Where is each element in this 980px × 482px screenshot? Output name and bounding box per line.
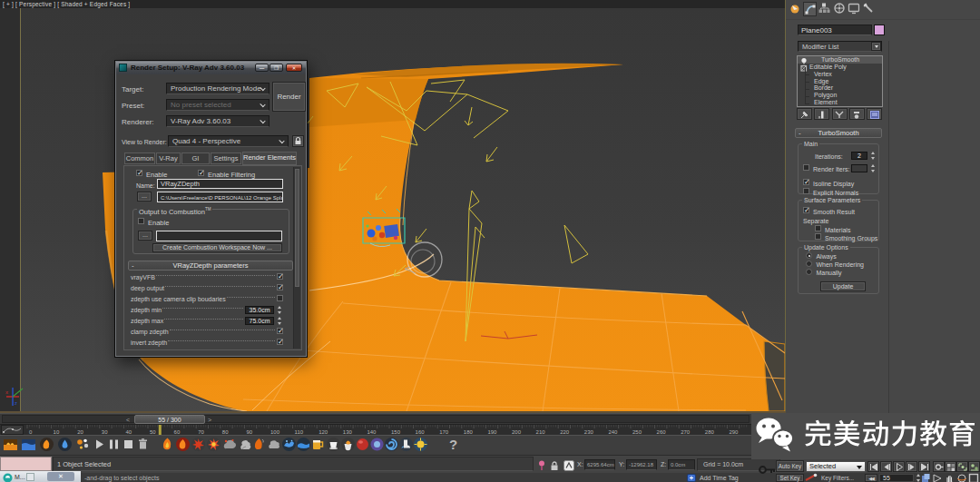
combustion-enable-checkbox[interactable] [138, 218, 144, 224]
modifier-stack[interactable]: TurboSmoothEditable PolyVertexEdgeBorder… [797, 55, 883, 107]
help-icon[interactable]: ? [446, 437, 461, 452]
object-name-field[interactable] [798, 25, 872, 35]
key-mode-button[interactable] [933, 461, 945, 472]
track-bar[interactable]: 0102030405060708090100110120130140150160… [0, 424, 751, 435]
sun-icon[interactable] [413, 437, 428, 452]
modifier-stack-item-vertex[interactable]: Vertex [798, 71, 882, 78]
close-button[interactable]: ✕ [286, 64, 302, 72]
element-enable-checkbox[interactable] [136, 170, 142, 176]
flame-c-icon[interactable] [251, 437, 267, 452]
transform-typein-icon[interactable] [564, 460, 574, 471]
modifier-list-arrow[interactable] [871, 42, 881, 51]
dialog-tab-render-elements[interactable]: Render Elements [242, 152, 297, 165]
mini-curve-editor-button[interactable] [1, 425, 24, 435]
render-iters-checkbox[interactable] [803, 164, 809, 171]
go-to-start-button[interactable] [867, 461, 879, 472]
maximize-viewport-button[interactable] [968, 473, 979, 482]
next-frame-arrow[interactable]: > [208, 417, 211, 423]
swirl-icon[interactable] [384, 437, 399, 452]
cup-splash-icon[interactable] [340, 437, 356, 452]
iterations-spinner[interactable] [869, 152, 877, 160]
remove-modifier-button[interactable] [849, 108, 865, 120]
cup-icon[interactable] [326, 437, 341, 452]
add-time-tag-label[interactable]: Add Time Tag [700, 475, 739, 481]
modifier-stack-item-border[interactable]: Border [798, 84, 882, 92]
time-slider-handle[interactable]: 55 / 300 [134, 415, 205, 424]
command-tab-hierarchy[interactable] [818, 2, 831, 16]
maximize-button[interactable]: ❐ [270, 64, 283, 72]
isoline-checkbox[interactable] [803, 179, 809, 185]
preset-dropdown[interactable]: No preset selected [166, 99, 270, 111]
browse-button[interactable]: ... [137, 192, 152, 202]
iterations-field[interactable]: 2 [851, 152, 867, 160]
play-icon[interactable] [92, 437, 107, 452]
orbit-button[interactable] [956, 473, 967, 482]
pause-icon[interactable] [106, 437, 122, 452]
combustion-path-field[interactable] [156, 231, 282, 241]
object-color-swatch[interactable] [874, 25, 885, 35]
delete-sim-icon[interactable] [135, 437, 151, 452]
param-checkbox[interactable] [277, 339, 283, 345]
x-field[interactable]: 6295.64cm [584, 459, 615, 470]
param-value-field[interactable]: 35.0cm [245, 306, 274, 314]
dialog-tab-gi[interactable]: GI [181, 152, 210, 164]
smoothing-groups-checkbox[interactable] [815, 233, 821, 240]
macro-recorder-pane[interactable] [0, 457, 52, 471]
wave-icon[interactable] [296, 437, 311, 452]
go-to-end-button[interactable] [918, 461, 930, 472]
flame-b-icon[interactable] [175, 437, 191, 452]
update-option-manually[interactable]: Manually [806, 269, 841, 277]
render-button[interactable]: Render [272, 82, 306, 112]
update-option-always[interactable]: Always [806, 252, 837, 261]
param-checkbox[interactable] [277, 273, 283, 280]
command-tab-motion[interactable] [833, 2, 847, 16]
param-checkbox[interactable] [277, 295, 283, 301]
time-config-button[interactable] [945, 461, 956, 472]
pin-stack-button[interactable] [797, 108, 812, 120]
dialog-tab-settings[interactable]: Settings [211, 152, 241, 164]
next-frame-button[interactable] [906, 461, 917, 472]
play-animation-button[interactable] [893, 461, 905, 472]
params-rollout-header[interactable]: - VRayZDepth parameters [128, 261, 293, 271]
mini-a-button[interactable] [956, 461, 968, 472]
param-spinner[interactable] [276, 317, 283, 325]
smoke-sparks-icon[interactable] [221, 437, 237, 452]
auto-key-button[interactable]: Auto Key [776, 460, 804, 472]
show-end-result-button[interactable] [814, 108, 829, 120]
target-dropdown[interactable]: Production Rendering Mode [166, 83, 270, 94]
set-key-icon[interactable] [804, 473, 818, 482]
key-filters-button[interactable]: Key Filters... [821, 475, 854, 481]
fire-preset-icon[interactable] [39, 437, 54, 452]
previous-frame-button[interactable] [880, 461, 892, 472]
viewport-label[interactable]: [ + ] [ Perspective ] [ Shaded + Edged F… [3, 1, 130, 7]
dialog-scrollbar[interactable] [293, 167, 300, 349]
param-checkbox[interactable] [277, 328, 283, 334]
mini-b-button[interactable] [968, 461, 980, 472]
minimize-button[interactable]: — [255, 64, 269, 72]
make-unique-button[interactable] [832, 108, 848, 120]
selection-lock-pin-icon[interactable] [537, 460, 546, 471]
renderer-dropdown[interactable]: V-Ray Adv 3.60.03 [166, 115, 270, 127]
command-tab-utilities[interactable] [862, 2, 876, 16]
command-tab-modify[interactable] [803, 2, 817, 16]
dialog-tab-common[interactable]: Common [124, 152, 155, 164]
explicit-normals-checkbox[interactable] [803, 188, 809, 194]
previous-frame-arrow[interactable]: < [126, 417, 130, 423]
command-tab-create[interactable] [789, 2, 802, 16]
turbosmooth-rollout-header[interactable]: - TurboSmooth [795, 128, 882, 138]
current-frame-marker[interactable] [159, 425, 162, 435]
particles-icon[interactable] [75, 437, 91, 452]
selection-set-dropdown[interactable]: Selected [806, 461, 866, 472]
element-name-field[interactable]: VRayZDepth [157, 179, 283, 189]
render-iters-spinner[interactable] [869, 164, 877, 172]
output-path-field[interactable]: C:\Users\Freelance\D PERSONAL\12 Orange … [157, 192, 283, 202]
set-key-button[interactable]: Set Key [776, 474, 804, 482]
time-slider-track[interactable] [2, 415, 750, 423]
update-option-when-rendering[interactable]: When Rendering [806, 261, 864, 269]
add-time-tag-icon[interactable] [687, 474, 696, 482]
command-tab-display[interactable] [848, 2, 861, 16]
create-combustion-button[interactable]: Create Combustion Workspace Now ... [152, 243, 282, 252]
param-value-field[interactable]: 75.0cm [245, 317, 274, 325]
field-of-view-button[interactable] [932, 473, 943, 482]
red-ball-icon[interactable] [355, 437, 370, 452]
